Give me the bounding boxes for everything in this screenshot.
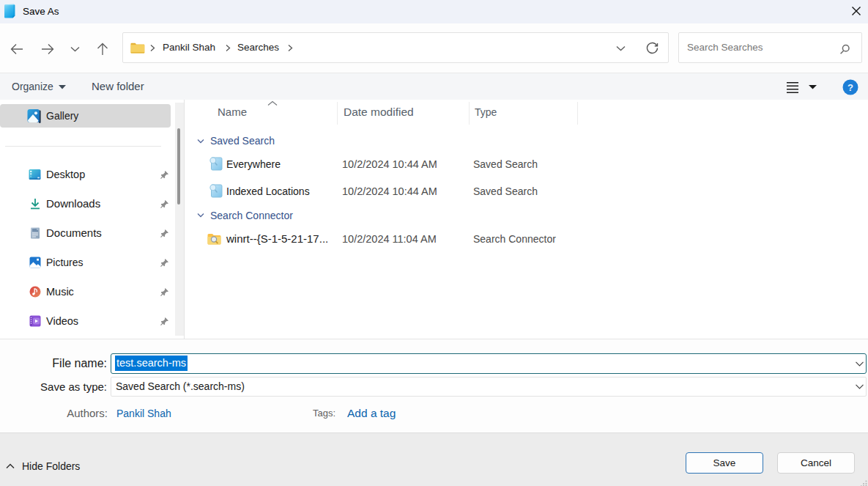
svg-text:?: ? [847,82,853,93]
